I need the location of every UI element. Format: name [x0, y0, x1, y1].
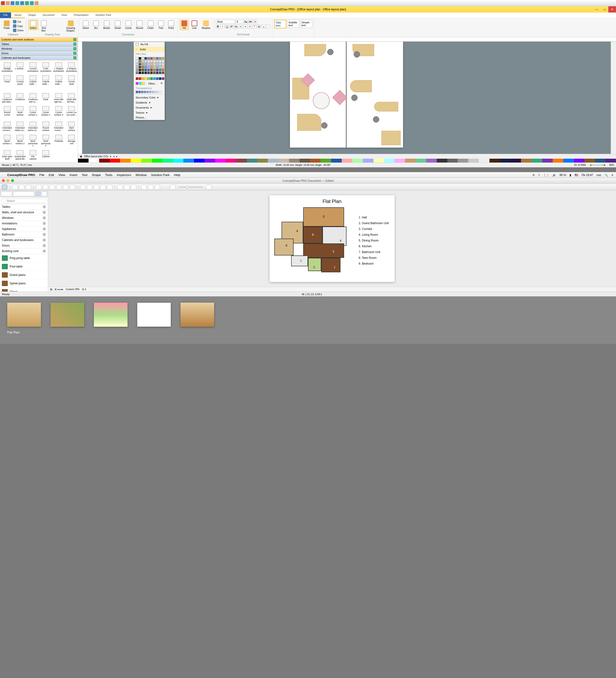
qat-save-icon[interactable] — [15, 1, 19, 5]
swatch[interactable] — [150, 60, 153, 63]
swatch[interactable] — [153, 77, 156, 80]
connector-tree[interactable]: Tree — [156, 20, 166, 30]
palette-color[interactable] — [395, 159, 405, 162]
transparency-step[interactable] — [138, 91, 141, 93]
palette-color[interactable] — [110, 159, 120, 162]
swatch[interactable] — [153, 63, 156, 66]
fill-secondary[interactable]: Secondary Color▸ — [134, 95, 165, 100]
underline-icon[interactable]: U — [225, 25, 229, 28]
ellipse-tool[interactable] — [19, 185, 24, 189]
menu-file[interactable]: File — [39, 173, 44, 177]
transparency-step[interactable] — [157, 91, 159, 93]
conn-arc-tool[interactable] — [43, 185, 48, 189]
tab-view[interactable]: View — [58, 12, 71, 18]
zoom-fit-icon[interactable] — [155, 185, 160, 189]
mac-page[interactable]: Flat Plan 1. Hall2. Guest Bathroom Unit3… — [270, 195, 395, 282]
palette-color[interactable] — [226, 159, 236, 162]
palette-color[interactable] — [268, 159, 278, 162]
mac-category[interactable]: Appliances× — [0, 226, 48, 232]
palette-color[interactable] — [310, 159, 321, 162]
swatch[interactable] — [162, 72, 164, 74]
tab-presentation[interactable]: Presentation — [71, 12, 92, 18]
qat-print-icon[interactable] — [35, 1, 39, 5]
traffic-minimize[interactable] — [6, 179, 9, 182]
tab-shape[interactable]: Shape — [25, 12, 39, 18]
shape-item[interactable]: Bevel surface 1 — [1, 134, 13, 149]
qat-new-icon[interactable] — [6, 1, 10, 5]
palette-color[interactable] — [131, 159, 141, 162]
palette-color[interactable] — [247, 159, 257, 162]
palette-color[interactable] — [215, 159, 226, 162]
copy-button[interactable]: Copy — [12, 24, 24, 28]
swatch[interactable] — [141, 63, 144, 66]
tab-solution-park[interactable]: Solution Park — [92, 12, 114, 18]
page-tab[interactable]: Office layout plan (1/1) — [84, 155, 108, 158]
shape-item[interactable]: Bent surface — [66, 120, 78, 133]
shape-item[interactable]: Corner cut out surfa... — [66, 105, 78, 120]
palette-color[interactable] — [299, 159, 310, 162]
rect-tool[interactable] — [12, 185, 17, 189]
mac-shape-item[interactable]: Ping-pong table — [0, 254, 48, 262]
shape-item[interactable]: Pedestal — [52, 134, 65, 149]
wifi-icon[interactable]: ⋮⋮ — [543, 173, 549, 177]
palette-color[interactable] — [78, 159, 88, 162]
shape-item[interactable]: U shaped workstation — [66, 61, 78, 74]
bluetooth-icon[interactable]: ᛒ — [538, 173, 540, 177]
palette-color[interactable] — [194, 159, 205, 162]
panel-search-icon[interactable] — [42, 191, 47, 196]
palette-color[interactable] — [120, 159, 131, 162]
traffic-zoom[interactable] — [11, 179, 14, 182]
swatch[interactable] — [159, 66, 161, 68]
grow-font-icon[interactable]: A▴ — [244, 20, 248, 24]
swatch[interactable] — [147, 77, 150, 80]
transparency-step[interactable] — [152, 91, 154, 93]
shape-item[interactable]: Credenza — [14, 92, 27, 105]
tab-document[interactable]: Document — [39, 12, 58, 18]
polyline-tool[interactable] — [94, 185, 99, 189]
freehand-tool[interactable] — [107, 185, 112, 189]
text-box-tool[interactable]: Text Box — [39, 20, 48, 33]
shape-item[interactable]: Work peninsula 1 — [27, 134, 39, 149]
superscript-icon[interactable]: A² — [230, 25, 234, 28]
spotlight-icon[interactable]: 🔍 — [605, 173, 608, 177]
swatch[interactable] — [141, 77, 144, 80]
swatch[interactable] — [153, 60, 156, 63]
zoom-slider[interactable] — [179, 187, 203, 188]
swatch[interactable] — [141, 66, 144, 68]
shape-item[interactable]: Cubicle walls ... — [52, 74, 65, 91]
thumbnail-4[interactable] — [137, 303, 171, 334]
font-color-icon[interactable]: A — [253, 20, 257, 24]
palette-color[interactable] — [321, 159, 331, 162]
align-right-icon[interactable]: ≡ — [248, 25, 252, 28]
swatch[interactable] — [145, 69, 147, 71]
palette-color[interactable] — [162, 159, 173, 162]
shape-item[interactable]: Credenza with st... — [27, 92, 39, 105]
swatch[interactable] — [147, 72, 150, 74]
shape-item[interactable]: Desk — [40, 92, 52, 105]
align-center-icon[interactable]: ≡ — [244, 25, 247, 28]
conn-bezier-tool[interactable] — [70, 185, 75, 189]
connector-direct[interactable]: Direct — [81, 20, 90, 30]
menu-inspectors[interactable]: Inspectors — [117, 173, 131, 177]
shape-item[interactable]: Extended radius su... — [14, 120, 27, 133]
traffic-close[interactable] — [2, 179, 5, 182]
palette-color[interactable] — [373, 159, 384, 162]
shape-item[interactable]: Extended round ... — [52, 120, 65, 133]
align-bottom-icon[interactable]: ⊥ — [262, 25, 265, 28]
connector-bezier[interactable]: Bezier — [101, 20, 112, 30]
pointer-tool[interactable] — [2, 185, 7, 189]
swatch[interactable] — [162, 69, 164, 71]
bold-icon[interactable]: B — [216, 25, 220, 28]
tab-home[interactable]: Home — [11, 12, 25, 18]
mac-category[interactable]: Doors× — [0, 243, 48, 249]
shape-item[interactable]: File cabinet — [27, 149, 39, 161]
swatch[interactable] — [147, 69, 150, 71]
menu-help[interactable]: Help — [174, 173, 180, 177]
battery-icon[interactable]: ▮ — [570, 173, 571, 177]
transparency-step[interactable] — [136, 91, 138, 93]
swatch[interactable] — [147, 57, 150, 60]
tab-add-icon[interactable]: ▣ — [80, 155, 82, 158]
text-settings-icon[interactable]: ⋯ — [266, 25, 270, 28]
user-name[interactable]: cso — [597, 173, 601, 177]
category-3[interactable]: Doors× — [0, 51, 78, 55]
